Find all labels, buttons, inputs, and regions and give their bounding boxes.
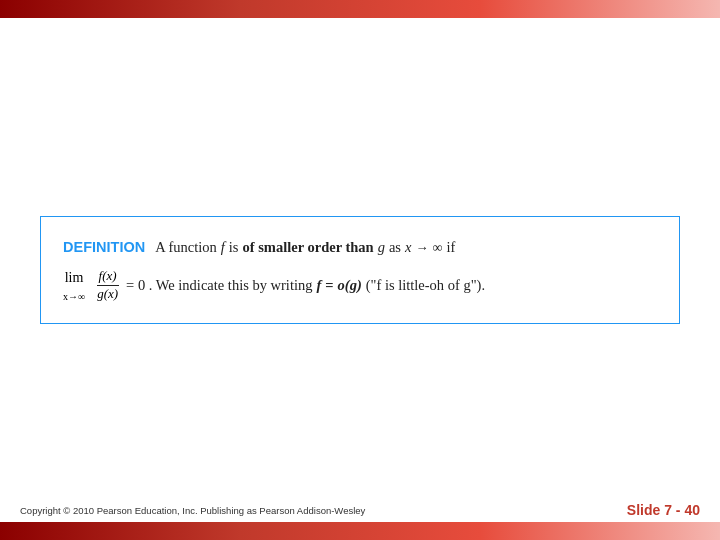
def-quote: ("f is little-oh of g").: [366, 273, 485, 298]
def-line1-part3: as: [389, 235, 401, 260]
def-x-var: x: [405, 235, 411, 260]
lim-container: lim x→∞: [63, 266, 85, 305]
definition-first-line: DEFINITION A function f is of smaller or…: [63, 235, 657, 260]
def-g-var: g: [378, 235, 385, 260]
fraction-denominator: g(x): [95, 286, 120, 303]
def-bold-f: f: [316, 273, 321, 298]
footer: Copyright © 2010 Pearson Education, Inc.…: [0, 502, 720, 518]
def-infinity: ∞: [432, 236, 442, 260]
copyright-text: Copyright © 2010 Pearson Education, Inc.…: [20, 505, 365, 516]
definition-second-line: lim x→∞ f(x) g(x) = 0 . We indicate this…: [63, 266, 657, 305]
fraction: f(x) g(x): [95, 268, 120, 303]
def-bold-equals: =: [325, 273, 333, 298]
def-bold-og: o(g): [338, 273, 362, 298]
bottom-bar: [0, 522, 720, 540]
def-bold-phrase: of smaller order than: [243, 235, 374, 260]
main-content: DEFINITION A function f is of smaller or…: [0, 18, 720, 522]
def-equals-zero: = 0 . We indicate this by writing: [126, 273, 312, 298]
slide-number: Slide 7 - 40: [627, 502, 700, 518]
top-bar: [0, 0, 720, 18]
def-f-var: f: [221, 235, 225, 260]
lim-subscript: x→∞: [63, 288, 85, 305]
def-line1-part1: A function: [155, 235, 217, 260]
definition-box: DEFINITION A function f is of smaller or…: [40, 216, 680, 324]
def-line1-part4: if: [446, 235, 455, 260]
lim-text: lim: [65, 266, 84, 290]
def-arrow: →: [415, 237, 428, 259]
definition-label: DEFINITION: [63, 235, 145, 260]
fraction-numerator: f(x): [97, 268, 119, 286]
def-line1-part2: is: [229, 235, 239, 260]
